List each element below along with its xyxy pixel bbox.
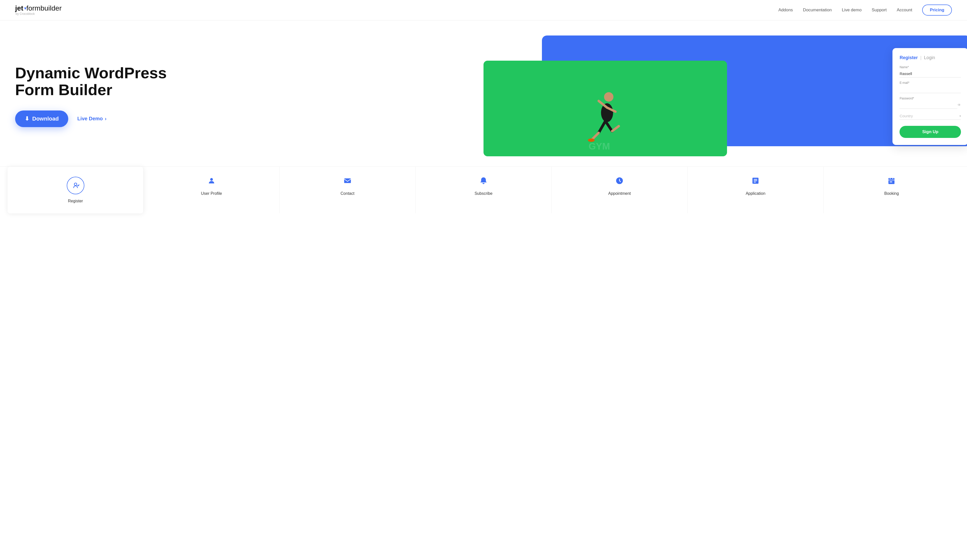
form-tab-divider: | bbox=[920, 55, 921, 60]
svg-line-7 bbox=[612, 126, 619, 131]
logo-jet: jet bbox=[15, 5, 23, 12]
form-card-header: Register | Login bbox=[899, 55, 961, 60]
hero-right: GYM Register | Login Name* E-mail* Passw… bbox=[484, 36, 967, 156]
card-item-application[interactable]: Application bbox=[688, 166, 824, 213]
password-field-wrap: Password* 👁 bbox=[899, 97, 961, 109]
form-card: Register | Login Name* E-mail* Password*… bbox=[893, 48, 967, 145]
signup-button[interactable]: Sign Up bbox=[899, 126, 961, 138]
svg-rect-23 bbox=[891, 181, 892, 183]
name-field-wrap: Name* bbox=[899, 66, 961, 77]
contact-label: Contact bbox=[340, 191, 354, 196]
svg-point-1 bbox=[601, 103, 613, 122]
register-icon-wrap bbox=[67, 177, 84, 194]
download-button[interactable]: ⬇ Download bbox=[15, 110, 68, 127]
eye-icon[interactable]: 👁 bbox=[957, 103, 961, 107]
pricing-button[interactable]: Pricing bbox=[922, 5, 952, 16]
hero-title: Dynamic WordPress Form Builder bbox=[15, 65, 484, 99]
user-profile-label: User Profile bbox=[201, 191, 222, 196]
hero-actions: ⬇ Download Live Demo › bbox=[15, 110, 484, 127]
nav-live-demo[interactable]: Live demo bbox=[842, 8, 861, 13]
logo-arrow-icon: ▾ bbox=[24, 6, 26, 11]
application-icon bbox=[751, 177, 759, 187]
svg-line-5 bbox=[592, 133, 599, 140]
application-label: Application bbox=[746, 191, 765, 196]
hero-section: Dynamic WordPress Form Builder ⬇ Downloa… bbox=[0, 20, 967, 166]
card-item-booking[interactable]: Booking bbox=[824, 166, 959, 213]
name-label: Name* bbox=[899, 66, 961, 69]
email-field-wrap: E-mail* bbox=[899, 81, 961, 93]
password-input-wrap: 👁 bbox=[899, 101, 961, 109]
logo[interactable]: jet ▾ formbuilder by Crocoblock bbox=[15, 5, 62, 15]
runner-illustration: GYM bbox=[585, 86, 625, 156]
svg-rect-22 bbox=[890, 181, 891, 183]
svg-rect-18 bbox=[888, 178, 894, 184]
name-input[interactable] bbox=[899, 70, 961, 77]
booking-icon bbox=[888, 177, 896, 187]
email-input[interactable] bbox=[899, 86, 961, 93]
email-label: E-mail* bbox=[899, 81, 961, 84]
contact-icon bbox=[343, 177, 351, 187]
svg-line-6 bbox=[606, 121, 612, 131]
form-tab-login[interactable]: Login bbox=[924, 55, 935, 60]
subscribe-icon bbox=[480, 177, 487, 187]
live-demo-button[interactable]: Live Demo › bbox=[77, 116, 107, 122]
nav-support[interactable]: Support bbox=[871, 8, 887, 13]
password-label: Password* bbox=[899, 97, 961, 100]
nav-account[interactable]: Account bbox=[897, 8, 912, 13]
card-item-register[interactable]: Register bbox=[8, 166, 144, 213]
svg-point-0 bbox=[604, 92, 613, 101]
appointment-label: Appointment bbox=[608, 191, 631, 196]
card-item-contact[interactable]: Contact bbox=[279, 166, 416, 213]
subscribe-label: Subscribe bbox=[474, 191, 492, 196]
svg-point-10 bbox=[74, 183, 77, 186]
chevron-down-icon: ▾ bbox=[959, 114, 961, 118]
hero-left: Dynamic WordPress Form Builder ⬇ Downloa… bbox=[15, 65, 484, 127]
svg-point-11 bbox=[210, 178, 213, 181]
header: jet ▾ formbuilder by Crocoblock Addons D… bbox=[0, 0, 967, 20]
register-label: Register bbox=[68, 199, 83, 203]
password-input[interactable] bbox=[899, 101, 957, 109]
svg-text:GYM: GYM bbox=[589, 141, 610, 152]
svg-line-4 bbox=[599, 121, 606, 133]
green-bg-decoration: GYM bbox=[484, 61, 727, 156]
main-nav: Addons Documentation Live demo Support A… bbox=[778, 5, 952, 16]
card-item-appointment[interactable]: Appointment bbox=[552, 166, 688, 213]
logo-formbuilder: formbuilder bbox=[26, 5, 62, 12]
nav-documentation[interactable]: Documentation bbox=[803, 8, 832, 13]
chevron-right-icon: › bbox=[105, 116, 107, 122]
user-profile-icon bbox=[208, 177, 216, 187]
country-placeholder: Country bbox=[899, 114, 959, 118]
booking-label: Booking bbox=[884, 191, 899, 196]
appointment-icon bbox=[616, 177, 624, 187]
cards-section: Register User Profile Contact Subscribe bbox=[0, 166, 967, 219]
form-tab-register[interactable]: Register bbox=[899, 55, 917, 60]
card-item-subscribe[interactable]: Subscribe bbox=[416, 166, 551, 213]
logo-byline: by Crocoblock bbox=[16, 12, 62, 15]
svg-rect-12 bbox=[344, 178, 351, 183]
country-field-wrap: Country ▾ bbox=[899, 112, 961, 120]
download-icon: ⬇ bbox=[25, 115, 29, 122]
card-item-user-profile[interactable]: User Profile bbox=[144, 166, 279, 213]
country-select-wrap[interactable]: Country ▾ bbox=[899, 112, 961, 120]
nav-addons[interactable]: Addons bbox=[778, 8, 793, 13]
